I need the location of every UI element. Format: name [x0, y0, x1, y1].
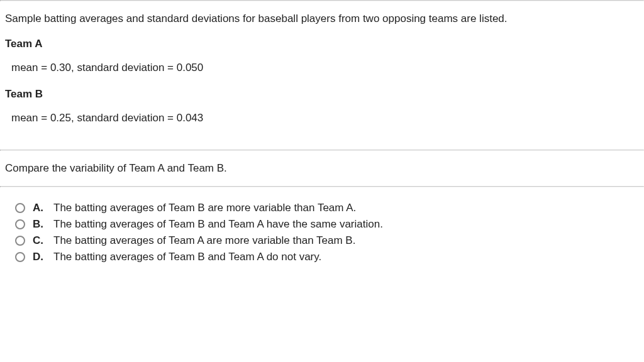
- radio-icon: [15, 203, 25, 213]
- option-letter: A.: [33, 202, 43, 214]
- option-letter: D.: [33, 251, 43, 263]
- option-a[interactable]: A. The batting averages of Team B are mo…: [5, 200, 639, 216]
- team-a-heading: Team A: [5, 38, 639, 50]
- option-c[interactable]: C. The batting averages of Team A are mo…: [5, 233, 639, 249]
- option-d[interactable]: D. The batting averages of Team B and Te…: [5, 249, 639, 265]
- team-b-heading: Team B: [5, 88, 639, 101]
- question-text: Compare the variability of Team A and Te…: [5, 162, 639, 175]
- problem-statement-section: Sample batting averages and standard dev…: [0, 1, 644, 150]
- option-text: The batting averages of Team B and Team …: [47, 251, 321, 263]
- radio-icon: [15, 219, 25, 229]
- option-letter: B.: [33, 218, 43, 231]
- option-text: The batting averages of Team A are more …: [47, 234, 355, 247]
- option-text: The batting averages of Team B and Team …: [47, 218, 383, 231]
- option-b[interactable]: B. The batting averages of Team B and Te…: [5, 216, 639, 233]
- radio-icon: [15, 252, 25, 262]
- answer-options: A. The batting averages of Team B are mo…: [0, 187, 644, 265]
- option-text: The batting averages of Team B are more …: [47, 202, 356, 214]
- team-a-stats: mean = 0.30, standard deviation = 0.050: [5, 62, 639, 74]
- intro-text: Sample batting averages and standard dev…: [5, 13, 639, 25]
- radio-icon: [15, 236, 25, 246]
- question-section: Compare the variability of Team A and Te…: [0, 151, 644, 186]
- option-letter: C.: [33, 234, 43, 247]
- question-container: Sample batting averages and standard dev…: [0, 0, 644, 265]
- team-b-stats: mean = 0.25, standard deviation = 0.043: [5, 112, 639, 124]
